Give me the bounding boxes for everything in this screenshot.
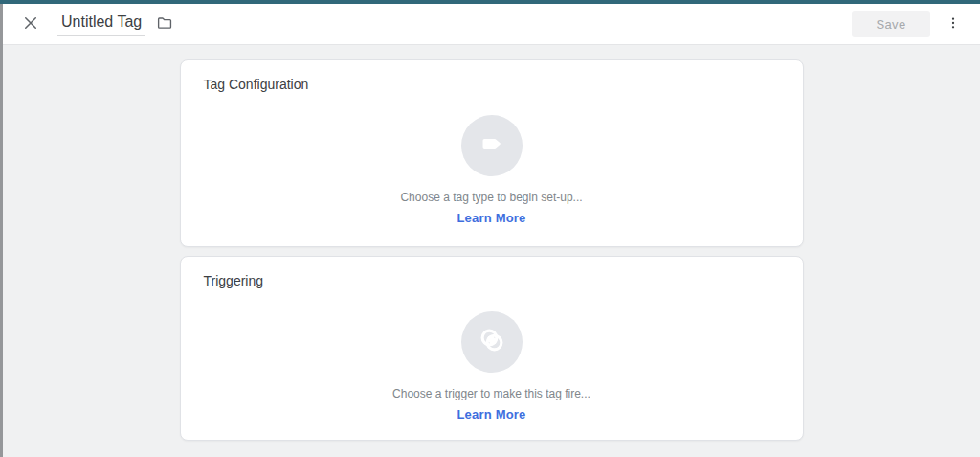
more-vert-icon (946, 14, 961, 34)
tag-configuration-card[interactable]: Tag Configuration Choose a tag type to b… (180, 59, 804, 247)
more-options-button[interactable] (940, 11, 967, 37)
close-icon (22, 14, 39, 34)
tag-editor-header: Untitled Tag Save (3, 4, 980, 45)
tag-name-field[interactable]: Untitled Tag (57, 11, 145, 36)
triggering-card[interactable]: Triggering Choose a trigger to make this… (180, 256, 804, 441)
tag-icon (476, 127, 508, 164)
learn-more-link[interactable]: Learn More (457, 211, 525, 225)
triggering-hint: Choose a trigger to make this tag fire..… (392, 387, 590, 400)
card-title: Triggering (181, 257, 803, 289)
tag-icon-circle (461, 115, 523, 176)
card-title: Tag Configuration (181, 60, 803, 93)
folder-icon (156, 14, 173, 34)
triggering-body: Choose a trigger to make this tag fire..… (181, 289, 803, 422)
tag-configuration-hint: Choose a tag type to begin set-up... (400, 191, 582, 204)
save-button[interactable]: Save (852, 11, 930, 37)
learn-more-link[interactable]: Learn More (457, 407, 525, 422)
move-to-folder-button[interactable] (151, 11, 178, 37)
tag-editor-content: Tag Configuration Choose a tag type to b… (3, 45, 980, 457)
tag-configuration-body: Choose a tag type to begin set-up... Lea… (181, 93, 803, 225)
close-button[interactable] (17, 11, 44, 37)
trigger-icon (476, 324, 508, 360)
trigger-icon-circle (461, 311, 523, 373)
